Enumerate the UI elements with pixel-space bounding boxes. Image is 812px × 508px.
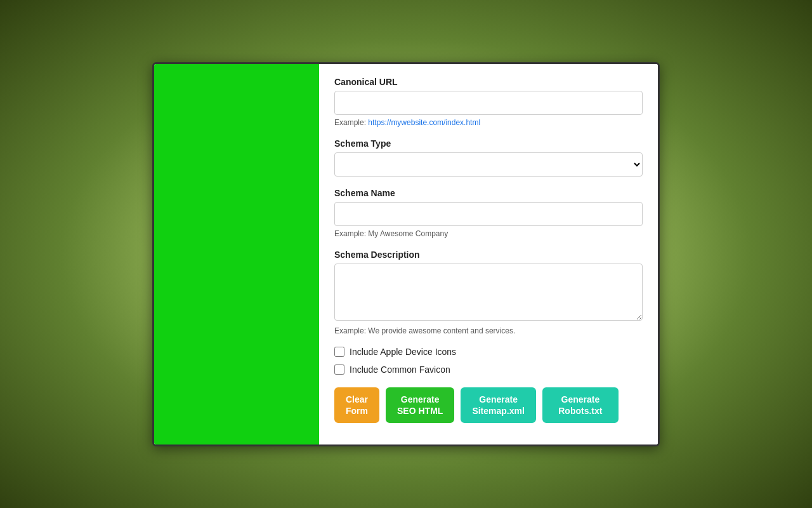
favicon-group: Include Common Favicon (334, 364, 643, 375)
generate-robots-button[interactable]: Generate Robots.txt (542, 387, 619, 423)
canonical-url-group: Canonical URL Example: https://mywebsite… (334, 77, 643, 127)
generate-seo-button[interactable]: Generate SEO HTML (386, 387, 454, 423)
generate-sitemap-button[interactable]: Generate Sitemap.xml (461, 387, 535, 423)
favicon-checkbox[interactable] (334, 364, 344, 375)
main-container: Canonical URL Example: https://mywebsite… (152, 62, 660, 446)
schema-name-group: Schema Name Example: My Awesome Company (334, 188, 643, 238)
apple-icons-label[interactable]: Include Apple Device Icons (350, 347, 456, 357)
canonical-url-example-prefix: Example: (334, 118, 368, 127)
schema-name-example-value: My Awesome Company (368, 229, 448, 238)
left-panel (154, 64, 319, 444)
apple-icons-checkbox[interactable] (334, 347, 344, 357)
schema-desc-suffix: and services. (468, 326, 515, 335)
schema-desc-text: We provide awesome content (368, 326, 468, 335)
apple-icons-group: Include Apple Device Icons (334, 347, 643, 357)
schema-type-group: Schema Type Organization Person Product … (334, 138, 643, 177)
schema-description-label: Schema Description (334, 250, 643, 260)
schema-description-textarea[interactable] (334, 264, 643, 321)
canonical-url-example: Example: https://mywebsite.com/index.htm… (334, 118, 643, 127)
schema-description-group: Schema Description Example: We provide a… (334, 250, 643, 335)
canonical-url-input[interactable] (334, 91, 643, 115)
clear-form-button[interactable]: Clear Form (334, 387, 379, 423)
schema-name-label: Schema Name (334, 188, 643, 198)
schema-type-label: Schema Type (334, 138, 643, 149)
schema-name-example: Example: My Awesome Company (334, 229, 643, 238)
schema-description-example: Example: We provide awesome content and … (334, 326, 643, 335)
schema-desc-prefix: Example: (334, 326, 368, 335)
favicon-label[interactable]: Include Common Favicon (350, 364, 450, 375)
schema-name-input[interactable] (334, 202, 643, 226)
canonical-url-example-link[interactable]: https://mywebsite.com/index.html (368, 118, 480, 127)
right-panel: Canonical URL Example: https://mywebsite… (319, 64, 658, 444)
canonical-url-label: Canonical URL (334, 77, 643, 87)
buttons-row: Clear Form Generate SEO HTML Generate Si… (334, 387, 643, 423)
schema-name-example-prefix: Example: (334, 229, 368, 238)
schema-type-select[interactable]: Organization Person Product Article (334, 152, 643, 177)
